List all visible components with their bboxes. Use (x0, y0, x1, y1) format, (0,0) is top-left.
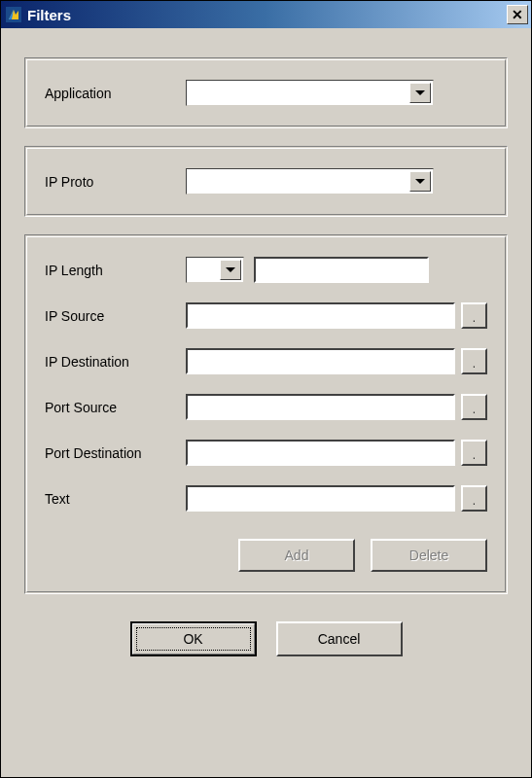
close-button[interactable]: ✕ (507, 5, 528, 24)
chevron-down-icon (220, 260, 241, 280)
text-browse-button[interactable]: . (461, 485, 487, 512)
portsource-label: Port Source (45, 400, 186, 415)
portdest-label: Port Destination (45, 445, 186, 461)
delete-button[interactable]: Delete (371, 539, 487, 572)
window-title: Filters (27, 7, 507, 23)
ipsource-input[interactable] (186, 302, 455, 329)
ipdest-label: IP Destination (45, 354, 186, 370)
text-label: Text (45, 491, 186, 507)
ipdest-input[interactable] (186, 348, 455, 374)
application-combo[interactable] (186, 80, 434, 106)
ipdest-browse-button[interactable]: . (461, 348, 487, 374)
application-value (187, 81, 408, 105)
portsource-input[interactable] (186, 394, 455, 420)
filters-dialog: Filters ✕ Application IP Proto (0, 0, 532, 778)
group-ipproto: IP Proto (24, 146, 508, 217)
ipproto-combo[interactable] (186, 168, 434, 194)
app-icon (5, 6, 22, 23)
portsource-browse-button[interactable]: . (461, 394, 487, 420)
close-icon: ✕ (512, 7, 523, 22)
cancel-button[interactable]: Cancel (276, 621, 403, 656)
portdest-browse-button[interactable]: . (461, 440, 487, 466)
ipproto-label: IP Proto (45, 174, 186, 190)
add-button[interactable]: Add (238, 539, 355, 572)
chevron-down-icon (409, 83, 431, 103)
iplength-op-combo[interactable] (186, 257, 244, 283)
titlebar: Filters ✕ (1, 1, 531, 28)
portdest-input[interactable] (186, 440, 455, 466)
iplength-op-value (187, 258, 218, 282)
ipsource-browse-button[interactable]: . (461, 302, 487, 329)
ok-button[interactable]: OK (130, 621, 257, 656)
group-application: Application (24, 57, 508, 128)
group-fields: IP Length IP Source . IP Destination . (24, 234, 508, 594)
iplength-label: IP Length (45, 263, 186, 278)
dialog-actions: OK Cancel (24, 621, 508, 656)
text-input[interactable] (186, 485, 455, 512)
iplength-input[interactable] (254, 257, 429, 283)
dialog-body: Application IP Proto (1, 28, 531, 777)
chevron-down-icon (409, 171, 431, 192)
ipproto-value (187, 169, 408, 194)
ipsource-label: IP Source (45, 308, 186, 324)
application-label: Application (45, 86, 186, 101)
